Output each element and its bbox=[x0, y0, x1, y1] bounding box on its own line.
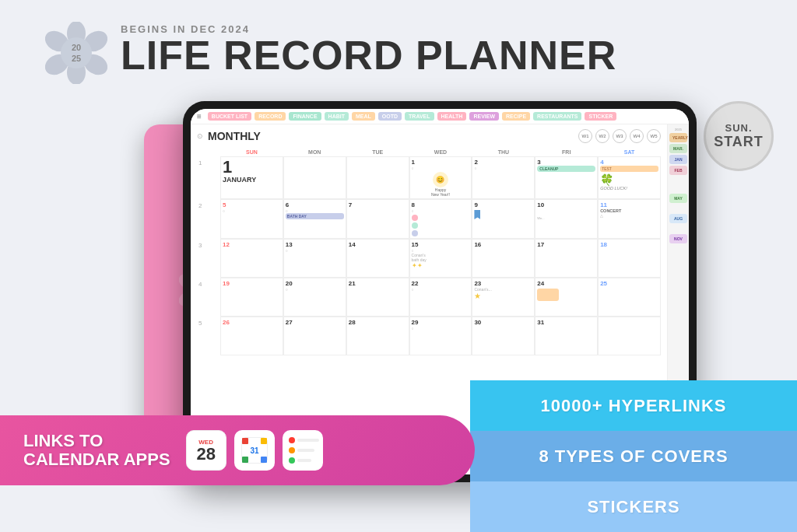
covers-banner: 8 TYPES OF COVERS bbox=[470, 431, 797, 481]
side-tab-feb[interactable]: FEB bbox=[669, 166, 687, 175]
cal-cell-mon-5: 27 bbox=[283, 317, 346, 355]
cal-col-wed: WED bbox=[409, 148, 472, 156]
nav-health[interactable]: HEALTH bbox=[437, 112, 467, 121]
cal-cell-fri-3: 17 bbox=[535, 239, 598, 278]
hyperlinks-text: 10000+ HYPERLINKS bbox=[541, 396, 727, 416]
covers-text: 8 TYPES OF COVERS bbox=[539, 446, 728, 467]
cal-cell-sat-1: 4 TEST 🍀 GOOD LUCK! bbox=[598, 156, 661, 199]
cal-cell-sat-4: 25 bbox=[598, 278, 661, 317]
reminders-icon bbox=[283, 430, 323, 471]
week-badge-1: W1 bbox=[578, 129, 592, 143]
cal-cell-tue-5: 28 bbox=[346, 317, 409, 355]
cal-cell-tue-2: 7 bbox=[346, 199, 409, 239]
cal-cell-tue-3: 14 bbox=[346, 239, 409, 278]
svg-rect-29 bbox=[248, 457, 261, 463]
cal-cell-tue-4: 21 bbox=[346, 278, 409, 317]
bottom-banner: LINKS TOCALENDAR APPS WED 28 31 bbox=[0, 415, 475, 485]
svg-rect-25 bbox=[261, 457, 267, 463]
side-tab-yearly[interactable]: YEARLY bbox=[669, 133, 687, 142]
cal-col-thu: THU bbox=[472, 148, 535, 156]
nav-record[interactable]: RECORD bbox=[255, 112, 286, 121]
cal-cell-wed-3: 15 ○ Conan's bath day ✦✦ bbox=[409, 239, 472, 278]
week-badges: W1 W2 W3 W4 W5 bbox=[578, 129, 661, 143]
cal-cell-thu-2: 9 bbox=[472, 199, 535, 239]
svg-text:31: 31 bbox=[250, 446, 259, 455]
row-num-4: 4 bbox=[197, 278, 220, 317]
cal-cell-wed-5: 29 ○ bbox=[409, 317, 472, 355]
side-tab-may[interactable]: MAY bbox=[669, 194, 687, 203]
cal-col-sat: SAT bbox=[598, 148, 661, 156]
nav-restaurants[interactable]: RESTAURANTS bbox=[533, 112, 581, 121]
row-num-2: 2 bbox=[197, 199, 220, 239]
cal-cell-sat-5 bbox=[598, 317, 661, 355]
cal-cell-jan-label: 1 JANUARY bbox=[220, 156, 283, 199]
row-num-5: 5 bbox=[197, 317, 220, 355]
week-badge-5: W5 bbox=[647, 129, 661, 143]
nav-travel[interactable]: TRAVEL bbox=[405, 112, 434, 121]
cal-cell-thu-4: 23 Conan's... ★ bbox=[472, 278, 535, 317]
cal-cell-thu-3: 16 bbox=[472, 239, 535, 278]
nav-bucket[interactable]: BUCKET LIST bbox=[208, 112, 251, 121]
cal-cell-sat-3: 18 bbox=[598, 239, 661, 278]
day-num: 28 bbox=[196, 446, 215, 463]
calendar-apps: WED 28 31 31 bbox=[186, 430, 323, 471]
hamburger-icon: ≡ bbox=[197, 112, 202, 121]
stickers-text: STICKERS bbox=[587, 497, 679, 517]
cal-cell-fri-4: 24 bbox=[535, 278, 598, 317]
cal-cell-thu-5: 30 bbox=[472, 317, 535, 355]
row-num-3: 3 bbox=[197, 239, 220, 278]
side-tab-jan[interactable]: JAN bbox=[669, 155, 687, 164]
cal-cell-sun-2: 5 ○ bbox=[220, 199, 283, 239]
svg-rect-28 bbox=[261, 444, 267, 457]
cal-cell-sun-4: 19 bbox=[220, 278, 283, 317]
flower-logo: 20 25 bbox=[45, 22, 107, 84]
cal-cell-mon-2: 6 ○ BATH DAY bbox=[283, 199, 346, 239]
cal-cell-mon-3: 13 ○ bbox=[283, 239, 346, 278]
cal-col-tue: TUE bbox=[346, 148, 409, 156]
cal-col-num bbox=[197, 148, 220, 156]
tablet-nav: ≡ BUCKET LIST RECORD FINANCE HABIT MEAL … bbox=[191, 109, 689, 124]
nav-recipe[interactable]: RECIPE bbox=[502, 112, 530, 121]
side-tab-nov[interactable]: NOV bbox=[669, 234, 687, 243]
nav-finance[interactable]: FINANCE bbox=[289, 112, 321, 121]
svg-text:25: 25 bbox=[72, 54, 81, 63]
stickers-banner: STICKERS bbox=[470, 481, 797, 532]
monthly-title: MONTHLY bbox=[208, 130, 261, 142]
feature-banners: 10000+ HYPERLINKS 8 TYPES OF COVERS STIC… bbox=[470, 380, 797, 532]
cal-cell-fri-5: 31 bbox=[535, 317, 598, 355]
svg-rect-27 bbox=[242, 444, 248, 457]
week-badge-3: W3 bbox=[613, 129, 627, 143]
nav-meal[interactable]: MEAL bbox=[352, 112, 375, 121]
cal-cell-wed-1: 1 ○ 😊 Happy New Year!! bbox=[409, 156, 472, 199]
nav-habit[interactable]: HABIT bbox=[325, 112, 349, 121]
cal-col-fri: FRI bbox=[535, 148, 598, 156]
cal-col-sun: SUN bbox=[220, 148, 283, 156]
cal-cell-thu-1: 2 ○ bbox=[472, 156, 535, 199]
cal-cell-mon-4: 20 ○ bbox=[283, 278, 346, 317]
sun-text: SUN. bbox=[725, 122, 752, 134]
cal-cell-sun-5: 26 bbox=[220, 317, 283, 355]
cal-cell-fri-1: 3 CLEANUP bbox=[535, 156, 598, 199]
calendar-grid: SUN MON TUE WED THU FRI SAT 1 1 JANUARY bbox=[197, 148, 661, 355]
week-badge-4: W4 bbox=[630, 129, 644, 143]
nav-sticker[interactable]: STICKER bbox=[585, 112, 616, 121]
header: BEGINS IN DEC 2024 LIFE RECORD PLANNER bbox=[121, 23, 616, 75]
google-calendar-icon: 31 31 bbox=[234, 430, 275, 471]
row-num-1: 1 bbox=[197, 156, 220, 199]
cal-cell-sat-2: 11 CONCERT △ bbox=[598, 199, 661, 239]
start-text: START bbox=[714, 134, 764, 150]
svg-rect-23 bbox=[261, 438, 267, 444]
svg-rect-26 bbox=[248, 438, 261, 444]
nav-review[interactable]: REVIEW bbox=[469, 112, 499, 121]
links-text: LINKS TOCALENDAR APPS bbox=[23, 432, 170, 469]
side-tab-mar[interactable]: MAR. bbox=[669, 144, 687, 153]
cal-cell-sun-3: 12 bbox=[220, 239, 283, 278]
nav-ootd[interactable]: OOTD bbox=[378, 112, 402, 121]
svg-point-6 bbox=[61, 37, 92, 68]
cal-cell-wed-4: 22 ○ bbox=[409, 278, 472, 317]
week-badge-2: W2 bbox=[595, 129, 609, 143]
sun-start-badge: SUN. START bbox=[704, 101, 774, 171]
cal-cell-tue-1 bbox=[346, 156, 409, 199]
side-tab-aug[interactable]: AUG bbox=[669, 214, 687, 223]
cal-cell-fri-2: 10 We... bbox=[535, 199, 598, 239]
